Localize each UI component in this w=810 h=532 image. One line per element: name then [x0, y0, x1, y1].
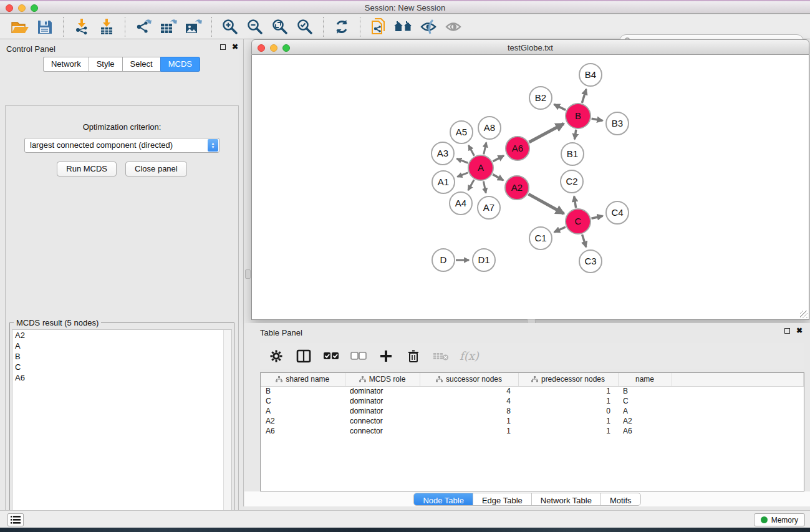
refresh-icon[interactable]	[331, 17, 352, 37]
node-table[interactable]: shared nameMCDS rolesuccessor nodesprede…	[260, 372, 804, 491]
export-table-icon[interactable]	[158, 17, 179, 37]
column-header[interactable]: successor nodes	[420, 373, 518, 386]
edge-A-A1[interactable]	[457, 173, 468, 177]
import-table-icon[interactable]	[96, 17, 117, 37]
show-column-panel-icon[interactable]	[295, 347, 312, 365]
node-A3[interactable]: A3	[432, 142, 454, 165]
edge-C-C1[interactable]	[554, 227, 566, 232]
node-D1[interactable]: D1	[473, 249, 495, 271]
tab-motifs[interactable]: Motifs	[601, 493, 640, 505]
table-row[interactable]: A2connector11A2	[261, 416, 804, 426]
result-item[interactable]: B	[12, 351, 231, 362]
node-B1[interactable]: B1	[561, 143, 584, 165]
node-C2[interactable]: C2	[561, 170, 583, 193]
unselect-all-columns-icon[interactable]	[350, 347, 367, 365]
tab-style[interactable]: Style	[89, 57, 122, 72]
column-header[interactable]: MCDS role	[345, 373, 420, 386]
column-header[interactable]: name	[618, 373, 672, 386]
export-network-icon[interactable]	[133, 17, 154, 37]
edge-A-A5[interactable]	[468, 145, 474, 156]
edge-A2-C[interactable]	[528, 194, 564, 213]
tab-network-table[interactable]: Network Table	[532, 493, 601, 505]
zoom-fit-icon[interactable]	[269, 17, 291, 37]
node-C3[interactable]: C3	[579, 250, 602, 273]
node-A6[interactable]: A6	[506, 137, 529, 160]
edge-A-A3[interactable]	[456, 158, 468, 163]
mcds-result-list[interactable]: A2ABCA6	[12, 329, 232, 532]
node-D[interactable]: D	[432, 249, 455, 271]
node-A4[interactable]: A4	[450, 192, 472, 215]
table-row[interactable]: A6connector11A6	[261, 426, 804, 436]
node-C1[interactable]: C1	[529, 227, 552, 249]
save-session-icon[interactable]	[34, 17, 55, 37]
node-B4[interactable]: B4	[579, 64, 602, 86]
tab-select[interactable]: Select	[122, 57, 160, 72]
result-item[interactable]: A6	[12, 372, 231, 383]
float-panel-icon[interactable]	[220, 44, 226, 50]
result-item[interactable]: C	[12, 362, 231, 372]
edge-A-A7[interactable]	[483, 181, 486, 193]
edge-B-B2[interactable]	[554, 104, 566, 110]
network-window-titlebar[interactable]: testGlobe.txt	[251, 39, 809, 55]
select-all-columns-icon[interactable]	[322, 347, 340, 365]
close-panel-button[interactable]: Close panel	[125, 162, 187, 177]
node-C[interactable]: C	[566, 209, 591, 234]
node-A8[interactable]: A8	[478, 117, 501, 139]
edge-A-A4[interactable]	[468, 180, 474, 190]
open-file-icon[interactable]	[9, 17, 31, 37]
home-networks-icon[interactable]	[393, 17, 414, 37]
zoom-in-icon[interactable]	[219, 17, 241, 37]
node-B3[interactable]: B3	[606, 112, 629, 135]
export-image-icon[interactable]	[183, 17, 204, 37]
table-row[interactable]: Bdominator41B	[261, 386, 804, 396]
window-resize-grip[interactable]	[800, 311, 808, 318]
new-network-file-icon[interactable]	[368, 17, 389, 37]
node-A1[interactable]: A1	[432, 171, 455, 193]
column-header[interactable]: predecessor nodes	[518, 373, 618, 386]
network-graph[interactable]: B4B2BB3A5A8A6A3B1AA1C2A2A4A7C4CC1DD1C3	[252, 55, 809, 319]
edge-B-B3[interactable]	[592, 118, 603, 120]
close-table-panel-icon[interactable]: ✖	[796, 328, 803, 334]
settings-gear-icon[interactable]	[268, 347, 285, 365]
node-A2[interactable]: A2	[505, 176, 529, 200]
show-hide-icon[interactable]	[443, 17, 464, 37]
node-A5[interactable]: A5	[450, 121, 473, 143]
table-row[interactable]: Adominator80A	[261, 406, 804, 416]
task-history-button[interactable]	[7, 513, 24, 526]
import-network-icon[interactable]	[71, 17, 92, 37]
add-column-icon[interactable]	[377, 347, 395, 365]
tab-mcds[interactable]: MCDS	[160, 57, 200, 72]
edge-C-C4[interactable]	[591, 216, 602, 218]
edge-C-C2[interactable]	[574, 196, 576, 208]
criterion-dropdown[interactable]: largest connected component (directed) ▲…	[24, 138, 219, 153]
node-B2[interactable]: B2	[529, 87, 552, 109]
node-A[interactable]: A	[468, 155, 493, 180]
node-C4[interactable]: C4	[606, 201, 629, 224]
node-B[interactable]: B	[566, 104, 591, 128]
edge-A-A6[interactable]	[493, 156, 503, 162]
result-item[interactable]: A2	[12, 330, 231, 341]
memory-button[interactable]: Memory	[754, 513, 805, 526]
column-header[interactable]: shared name	[261, 373, 345, 386]
result-scrollbar[interactable]	[223, 330, 231, 532]
table-row[interactable]: Cdominator41C	[261, 396, 804, 406]
node-A7[interactable]: A7	[478, 196, 500, 219]
result-item[interactable]: A	[12, 341, 231, 351]
toggle-graphics-details-icon[interactable]	[418, 17, 439, 37]
edge-C-C3[interactable]	[582, 235, 586, 247]
edge-A-A2[interactable]	[493, 175, 503, 180]
delete-columns-icon[interactable]	[405, 347, 422, 365]
edge-A6-B[interactable]	[529, 123, 564, 142]
tab-edge-table[interactable]: Edge Table	[473, 493, 532, 505]
zoom-out-icon[interactable]	[244, 17, 266, 37]
tab-network[interactable]: Network	[43, 57, 89, 72]
edge-B-B1[interactable]	[575, 130, 576, 139]
close-panel-icon[interactable]: ✖	[232, 44, 238, 50]
zoom-selected-icon[interactable]	[294, 17, 316, 37]
float-table-panel-icon[interactable]	[784, 328, 790, 334]
run-mcds-button[interactable]: Run MCDS	[57, 162, 117, 177]
edge-A-A8[interactable]	[484, 142, 486, 154]
desktop-vertical-scrollbar[interactable]	[245, 269, 251, 279]
tab-node-table[interactable]: Node Table	[414, 493, 473, 505]
network-canvas[interactable]: B4B2BB3A5A8A6A3B1AA1C2A2A4A7C4CC1DD1C3	[251, 55, 809, 320]
